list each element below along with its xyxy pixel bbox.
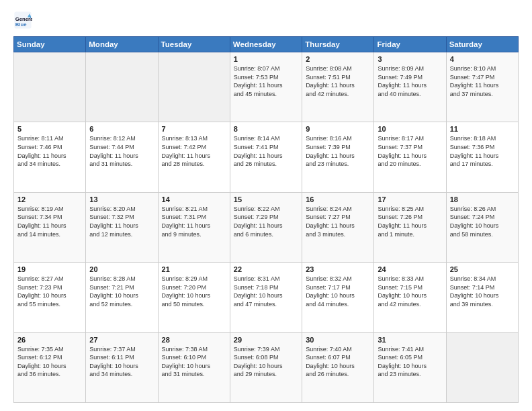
weekday-header-friday: Friday — [374, 37, 446, 52]
calendar-cell: 29Sunrise: 7:39 AM Sunset: 6:08 PM Dayli… — [230, 332, 302, 402]
day-info: Sunrise: 8:18 AM Sunset: 7:36 PM Dayligh… — [450, 134, 515, 168]
calendar-cell: 1Sunrise: 8:07 AM Sunset: 7:53 PM Daylig… — [230, 52, 302, 122]
calendar-cell: 15Sunrise: 8:22 AM Sunset: 7:29 PM Dayli… — [230, 192, 302, 262]
day-info: Sunrise: 8:25 AM Sunset: 7:26 PM Dayligh… — [378, 205, 442, 238]
weekday-header-tuesday: Tuesday — [158, 37, 230, 52]
day-info: Sunrise: 8:11 AM Sunset: 7:46 PM Dayligh… — [17, 134, 82, 168]
day-number: 11 — [450, 125, 515, 133]
day-number: 20 — [89, 265, 154, 273]
day-number: 16 — [306, 195, 370, 203]
calendar-cell: 11Sunrise: 8:18 AM Sunset: 7:36 PM Dayli… — [446, 122, 518, 192]
calendar-cell: 28Sunrise: 7:38 AM Sunset: 6:10 PM Dayli… — [158, 332, 230, 402]
calendar-cell: 7Sunrise: 8:13 AM Sunset: 7:42 PM Daylig… — [158, 122, 230, 192]
calendar-cell: 2Sunrise: 8:08 AM Sunset: 7:51 PM Daylig… — [302, 52, 374, 122]
calendar-cell: 26Sunrise: 7:35 AM Sunset: 6:12 PM Dayli… — [14, 332, 86, 402]
calendar-cell: 13Sunrise: 8:20 AM Sunset: 7:32 PM Dayli… — [86, 192, 158, 262]
calendar-cell: 9Sunrise: 8:16 AM Sunset: 7:39 PM Daylig… — [302, 122, 374, 192]
calendar-cell — [86, 52, 158, 122]
day-info: Sunrise: 7:39 AM Sunset: 6:08 PM Dayligh… — [234, 345, 298, 379]
day-number: 30 — [306, 336, 370, 344]
day-info: Sunrise: 8:22 AM Sunset: 7:29 PM Dayligh… — [234, 205, 298, 238]
weekday-header-wednesday: Wednesday — [230, 37, 302, 52]
calendar-cell: 3Sunrise: 8:09 AM Sunset: 7:49 PM Daylig… — [374, 52, 446, 122]
calendar-cell: 6Sunrise: 8:12 AM Sunset: 7:44 PM Daylig… — [86, 122, 158, 192]
logo: General Blue — [13, 11, 35, 30]
day-info: Sunrise: 8:21 AM Sunset: 7:31 PM Dayligh… — [162, 205, 226, 238]
day-number: 1 — [234, 55, 298, 63]
day-info: Sunrise: 7:37 AM Sunset: 6:11 PM Dayligh… — [89, 345, 154, 379]
page: General Blue SundayMondayTuesdayWednesda… — [0, 0, 532, 411]
week-row-4: 26Sunrise: 7:35 AM Sunset: 6:12 PM Dayli… — [14, 332, 519, 402]
calendar-cell: 30Sunrise: 7:40 AM Sunset: 6:07 PM Dayli… — [302, 332, 374, 402]
day-number: 26 — [17, 336, 82, 344]
day-info: Sunrise: 8:20 AM Sunset: 7:32 PM Dayligh… — [89, 205, 154, 238]
day-info: Sunrise: 8:12 AM Sunset: 7:44 PM Dayligh… — [89, 134, 154, 168]
day-number: 13 — [89, 195, 154, 203]
day-number: 3 — [378, 55, 442, 63]
calendar-cell — [14, 52, 86, 122]
day-info: Sunrise: 8:28 AM Sunset: 7:21 PM Dayligh… — [89, 275, 154, 308]
calendar-cell: 27Sunrise: 7:37 AM Sunset: 6:11 PM Dayli… — [86, 332, 158, 402]
calendar-cell: 12Sunrise: 8:19 AM Sunset: 7:34 PM Dayli… — [14, 192, 86, 262]
day-info: Sunrise: 7:35 AM Sunset: 6:12 PM Dayligh… — [17, 345, 82, 379]
calendar-cell — [446, 332, 518, 402]
calendar-cell: 20Sunrise: 8:28 AM Sunset: 7:21 PM Dayli… — [86, 263, 158, 332]
day-number: 31 — [378, 336, 442, 344]
calendar-table: SundayMondayTuesdayWednesdayThursdayFrid… — [13, 36, 519, 403]
calendar-cell: 8Sunrise: 8:14 AM Sunset: 7:41 PM Daylig… — [230, 122, 302, 192]
svg-text:Blue: Blue — [15, 21, 27, 28]
day-number: 25 — [450, 265, 515, 273]
day-info: Sunrise: 8:33 AM Sunset: 7:15 PM Dayligh… — [378, 275, 442, 308]
day-number: 28 — [162, 336, 226, 344]
calendar-cell: 14Sunrise: 8:21 AM Sunset: 7:31 PM Dayli… — [158, 192, 230, 262]
day-info: Sunrise: 7:40 AM Sunset: 6:07 PM Dayligh… — [306, 345, 370, 379]
day-info: Sunrise: 8:09 AM Sunset: 7:49 PM Dayligh… — [378, 64, 442, 98]
weekday-header-monday: Monday — [86, 37, 158, 52]
calendar-cell: 22Sunrise: 8:31 AM Sunset: 7:18 PM Dayli… — [230, 263, 302, 332]
calendar-cell — [158, 52, 230, 122]
day-info: Sunrise: 7:41 AM Sunset: 6:05 PM Dayligh… — [378, 345, 442, 379]
calendar-cell: 24Sunrise: 8:33 AM Sunset: 7:15 PM Dayli… — [374, 263, 446, 332]
day-number: 22 — [234, 265, 298, 273]
day-info: Sunrise: 8:08 AM Sunset: 7:51 PM Dayligh… — [306, 64, 370, 98]
day-number: 6 — [89, 125, 154, 133]
day-number: 24 — [378, 265, 442, 273]
calendar-cell: 25Sunrise: 8:34 AM Sunset: 7:14 PM Dayli… — [446, 263, 518, 332]
day-info: Sunrise: 7:38 AM Sunset: 6:10 PM Dayligh… — [162, 345, 226, 379]
day-info: Sunrise: 8:32 AM Sunset: 7:17 PM Dayligh… — [306, 275, 370, 308]
day-number: 18 — [450, 195, 515, 203]
calendar-cell: 5Sunrise: 8:11 AM Sunset: 7:46 PM Daylig… — [14, 122, 86, 192]
day-info: Sunrise: 8:17 AM Sunset: 7:37 PM Dayligh… — [378, 134, 442, 168]
day-info: Sunrise: 8:13 AM Sunset: 7:42 PM Dayligh… — [162, 134, 226, 168]
day-info: Sunrise: 8:31 AM Sunset: 7:18 PM Dayligh… — [234, 275, 298, 308]
day-number: 7 — [162, 125, 226, 133]
day-info: Sunrise: 8:27 AM Sunset: 7:23 PM Dayligh… — [17, 275, 82, 308]
header: General Blue — [13, 11, 519, 30]
day-number: 15 — [234, 195, 298, 203]
day-number: 8 — [234, 125, 298, 133]
logo-icon: General Blue — [13, 11, 32, 30]
calendar-cell: 18Sunrise: 8:26 AM Sunset: 7:24 PM Dayli… — [446, 192, 518, 262]
day-number: 27 — [89, 336, 154, 344]
weekday-header-sunday: Sunday — [14, 37, 86, 52]
calendar-cell: 4Sunrise: 8:10 AM Sunset: 7:47 PM Daylig… — [446, 52, 518, 122]
day-number: 9 — [306, 125, 370, 133]
week-row-2: 12Sunrise: 8:19 AM Sunset: 7:34 PM Dayli… — [14, 192, 519, 262]
day-info: Sunrise: 8:26 AM Sunset: 7:24 PM Dayligh… — [450, 205, 515, 238]
calendar-cell: 17Sunrise: 8:25 AM Sunset: 7:26 PM Dayli… — [374, 192, 446, 262]
day-info: Sunrise: 8:19 AM Sunset: 7:34 PM Dayligh… — [17, 205, 82, 238]
calendar-cell: 19Sunrise: 8:27 AM Sunset: 7:23 PM Dayli… — [14, 263, 86, 332]
day-number: 17 — [378, 195, 442, 203]
calendar-cell: 21Sunrise: 8:29 AM Sunset: 7:20 PM Dayli… — [158, 263, 230, 332]
day-number: 29 — [234, 336, 298, 344]
day-number: 23 — [306, 265, 370, 273]
week-row-3: 19Sunrise: 8:27 AM Sunset: 7:23 PM Dayli… — [14, 263, 519, 332]
day-info: Sunrise: 8:29 AM Sunset: 7:20 PM Dayligh… — [162, 275, 226, 308]
day-info: Sunrise: 8:10 AM Sunset: 7:47 PM Dayligh… — [450, 64, 515, 98]
calendar-cell: 23Sunrise: 8:32 AM Sunset: 7:17 PM Dayli… — [302, 263, 374, 332]
day-info: Sunrise: 8:24 AM Sunset: 7:27 PM Dayligh… — [306, 205, 370, 238]
day-info: Sunrise: 8:16 AM Sunset: 7:39 PM Dayligh… — [306, 134, 370, 168]
weekday-header-saturday: Saturday — [446, 37, 518, 52]
calendar-cell: 31Sunrise: 7:41 AM Sunset: 6:05 PM Dayli… — [374, 332, 446, 402]
day-number: 10 — [378, 125, 442, 133]
